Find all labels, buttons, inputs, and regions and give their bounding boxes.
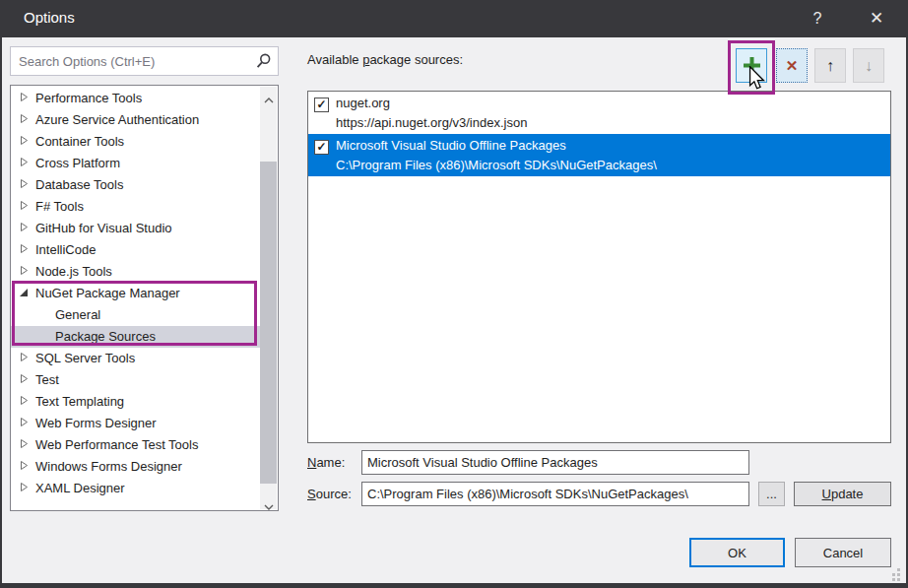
move-down-button[interactable]: ↓	[853, 48, 884, 83]
tree-item-label: Windows Forms Designer	[35, 459, 182, 474]
tree-item-label: Web Forms Designer	[35, 416, 157, 430]
tree-item-github-for-visual-studio[interactable]: GitHub for Visual Studio	[11, 218, 260, 239]
tree-item-package-sources[interactable]: Package Sources	[11, 326, 260, 348]
tree-item-label: Azure Service Authentication	[35, 112, 199, 127]
package-source-name: nuget.org	[336, 94, 886, 113]
tree-item-windows-forms-designer[interactable]: Windows Forms Designer	[11, 456, 260, 478]
name-accesskey: N	[307, 455, 316, 470]
expander-collapsed-icon[interactable]	[20, 131, 35, 153]
tree-item-fsharp-tools[interactable]: F# Tools	[11, 196, 260, 218]
browse-button[interactable]: ...	[758, 482, 785, 506]
expander-collapsed-icon[interactable]	[20, 239, 35, 261]
window-title: Options	[24, 9, 75, 26]
check-glyph: ✓	[315, 98, 328, 111]
tree-item-database-tools[interactable]: Database Tools	[11, 174, 260, 196]
scrollbar-thumb[interactable]	[260, 162, 277, 484]
ok-button[interactable]: OK	[689, 538, 785, 567]
name-field[interactable]	[361, 450, 749, 475]
check-glyph: ✓	[315, 141, 328, 154]
remove-icon: ✕	[786, 57, 799, 75]
name-label: Name:	[307, 455, 345, 470]
expander-collapsed-icon[interactable]	[20, 478, 35, 499]
expander-collapsed-icon[interactable]	[20, 348, 35, 369]
tree-item-container-tools[interactable]: Container Tools	[11, 131, 260, 153]
source-field[interactable]	[361, 482, 749, 506]
expander-collapsed-icon[interactable]	[20, 413, 35, 434]
tree-item-performance-tools[interactable]: Performance Tools	[11, 88, 260, 109]
checkbox-checked-icon[interactable]: ✓	[314, 98, 329, 112]
scroll-up-icon[interactable]	[260, 87, 277, 102]
source-label-text: ource:	[316, 487, 352, 501]
tree-item-label: Container Tools	[35, 134, 124, 149]
tree-item-label: XAML Designer	[35, 481, 125, 495]
expander-collapsed-icon[interactable]	[20, 261, 35, 283]
package-source-row-selected[interactable]: ✓ Microsoft Visual Studio Offline Packag…	[308, 134, 890, 176]
tree-item-xaml-designer[interactable]: XAML Designer	[11, 478, 260, 499]
mouse-cursor	[748, 66, 765, 94]
expander-collapsed-icon[interactable]	[20, 88, 35, 109]
expander-collapsed-icon[interactable]	[20, 109, 35, 131]
tree-item-general[interactable]: General	[11, 304, 260, 326]
tree-item-label: General	[55, 307, 100, 322]
update-accesskey: U	[822, 487, 831, 501]
checkbox-checked-icon[interactable]: ✓	[314, 140, 329, 155]
options-dialog: Options ? ✕ Performance Tools Azure Serv…	[0, 0, 908, 588]
tree-item-label: F# Tools	[35, 199, 84, 214]
tree-item-label: Node.js Tools	[35, 264, 112, 279]
source-label: Source:	[307, 487, 352, 501]
tree-item-label: Web Performance Test Tools	[35, 437, 198, 452]
tree-item-label: Test	[35, 372, 59, 387]
tree-item-azure-service-authentication[interactable]: Azure Service Authentication	[11, 109, 260, 131]
tree-item-label: Cross Platform	[35, 156, 120, 170]
tree-item-web-forms-designer[interactable]: Web Forms Designer	[11, 413, 260, 434]
heading-text: Available	[307, 52, 362, 67]
move-up-button[interactable]: ↑	[814, 48, 846, 83]
arrow-down-icon: ↓	[865, 57, 873, 75]
tree-item-label: IntelliCode	[35, 242, 96, 257]
remove-source-button[interactable]: ✕	[776, 48, 808, 83]
arrow-up-icon: ↑	[826, 57, 834, 75]
package-source-url: C:\Program Files (x86)\Microsoft SDKs\Nu…	[336, 156, 886, 175]
tree-item-text-templating[interactable]: Text Templating	[11, 391, 260, 413]
tree-item-sql-server-tools[interactable]: SQL Server Tools	[11, 348, 260, 369]
scroll-down-icon[interactable]	[260, 493, 277, 509]
package-source-row[interactable]: ✓ nuget.org https://api.nuget.org/v3/ind…	[308, 92, 890, 134]
search-input[interactable]	[19, 50, 245, 72]
resize-grip-icon[interactable]	[887, 578, 890, 581]
tree-item-label: SQL Server Tools	[35, 351, 135, 365]
tree-item-label: NuGet Package Manager	[35, 286, 180, 300]
expander-collapsed-icon[interactable]	[20, 391, 35, 413]
name-label-text: ame:	[316, 455, 345, 470]
expander-collapsed-icon[interactable]	[20, 434, 35, 456]
tree-item-cross-platform[interactable]: Cross Platform	[11, 153, 260, 174]
expander-collapsed-icon[interactable]	[20, 369, 35, 391]
tree-item-web-performance-test-tools[interactable]: Web Performance Test Tools	[11, 434, 260, 456]
search-icon[interactable]	[256, 53, 271, 72]
available-sources-label: Available package sources:	[307, 52, 463, 67]
package-source-name: Microsoft Visual Studio Offline Packages	[336, 136, 886, 156]
tree-item-nodejs-tools[interactable]: Node.js Tools	[11, 261, 260, 283]
tree-item-test[interactable]: Test	[11, 369, 260, 391]
tree-item-label: Text Templating	[35, 394, 124, 409]
heading-text: ackage sources:	[369, 52, 463, 67]
options-tree: Performance Tools Azure Service Authenti…	[10, 85, 279, 511]
expander-collapsed-icon[interactable]	[20, 456, 35, 478]
tree-item-label: Database Tools	[35, 177, 123, 192]
tree-item-nuget-package-manager[interactable]: NuGet Package Manager	[11, 283, 260, 304]
search-box	[10, 46, 279, 76]
tree-item-label: Package Sources	[55, 329, 156, 344]
help-button[interactable]: ?	[804, 7, 831, 31]
package-sources-list: ✓ nuget.org https://api.nuget.org/v3/ind…	[307, 91, 891, 443]
close-icon[interactable]: ✕	[863, 7, 890, 31]
expander-collapsed-icon[interactable]	[20, 153, 35, 174]
update-button[interactable]: Update	[794, 482, 891, 506]
tree-item-intellicode[interactable]: IntelliCode	[11, 239, 260, 261]
tree-scrollbar[interactable]	[260, 87, 277, 509]
expander-expanded-icon[interactable]	[20, 283, 35, 304]
package-source-url: https://api.nuget.org/v3/index.json	[336, 113, 886, 133]
title-bar: Options ? ✕	[0, 0, 908, 37]
cancel-button[interactable]: Cancel	[795, 538, 891, 567]
expander-collapsed-icon[interactable]	[20, 218, 35, 239]
expander-collapsed-icon[interactable]	[20, 174, 35, 196]
expander-collapsed-icon[interactable]	[20, 196, 35, 218]
